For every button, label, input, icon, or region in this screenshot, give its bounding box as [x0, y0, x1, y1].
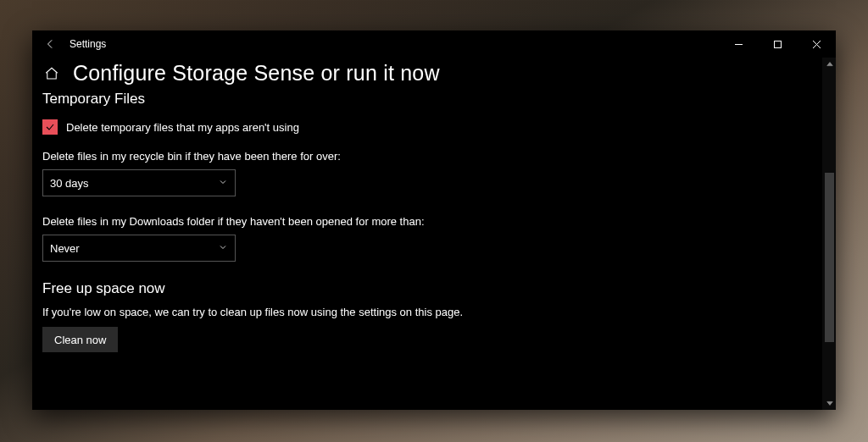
settings-window: Settings Configure Storage S [32, 30, 836, 410]
close-button[interactable] [797, 30, 836, 58]
downloads-select[interactable]: Never [42, 235, 236, 262]
home-button[interactable] [42, 64, 61, 83]
free-up-space-description: If you're low on space, we can try to cl… [42, 306, 802, 318]
scrollbar-thumb[interactable] [825, 173, 834, 342]
temporary-files-heading: Temporary Files [42, 91, 802, 108]
chevron-down-icon [218, 242, 228, 255]
scroll-down-button[interactable] [823, 396, 836, 410]
delete-temp-files-label: Delete temporary files that my apps aren… [66, 121, 299, 134]
delete-temp-files-checkbox[interactable] [42, 119, 58, 135]
chevron-down-icon [218, 177, 228, 190]
scrollbar[interactable] [822, 58, 836, 410]
scrollbar-track[interactable] [823, 71, 836, 396]
maximize-button[interactable] [758, 30, 797, 58]
downloads-label: Delete files in my Downloads folder if t… [42, 215, 802, 228]
recycle-bin-value: 30 days [50, 177, 89, 190]
recycle-bin-select[interactable]: 30 days [42, 169, 236, 196]
titlebar: Settings [32, 30, 836, 58]
clean-now-button[interactable]: Clean now [42, 327, 118, 352]
downloads-value: Never [50, 242, 80, 255]
back-button[interactable] [39, 30, 63, 58]
scroll-up-button[interactable] [823, 58, 836, 71]
app-title: Settings [70, 38, 106, 50]
free-up-space-heading: Free up space now [42, 280, 802, 297]
svg-rect-0 [774, 41, 781, 47]
window-controls [719, 30, 836, 58]
recycle-bin-label: Delete files in my recycle bin if they h… [42, 150, 802, 163]
page-title: Configure Storage Sense or run it now [73, 61, 440, 86]
minimize-button[interactable] [719, 30, 758, 58]
